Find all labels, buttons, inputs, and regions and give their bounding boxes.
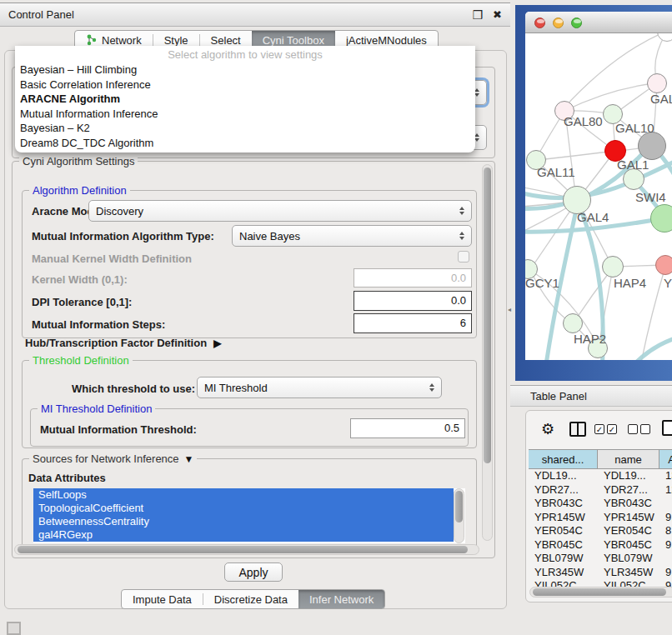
attribute-item-selected[interactable]: gal4RGexp [33, 528, 454, 542]
table-cell: 13 [659, 469, 672, 483]
table-row[interactable]: YLR345W YLR345W 9. [529, 566, 672, 580]
network-node[interactable] [655, 255, 672, 275]
table-row[interactable]: YER054C YER054C 8. [529, 524, 672, 538]
network-graph-icon [86, 34, 98, 46]
settings-vertical-scrollbar[interactable] [482, 164, 493, 541]
tab-infer-network[interactable]: Infer Network [298, 590, 384, 608]
floating-panel-dock-icon[interactable] [7, 622, 21, 635]
node-label: Y [664, 276, 672, 290]
popup-item[interactable]: Mutual Information Inference [15, 107, 475, 122]
control-panel-title: Control Panel [8, 8, 74, 21]
table-row[interactable]: YBR045C YBR045C 9. [529, 538, 672, 552]
column-header[interactable]: name [598, 450, 659, 468]
hub-definition-label: Hub/Transcription Factor Definition [25, 337, 207, 349]
tab-infer-network-label: Infer Network [309, 593, 374, 606]
network-node[interactable] [638, 132, 666, 160]
tab-impute-data-label: Impute Data [133, 593, 192, 606]
table-row[interactable]: YBR043C YBR043C [529, 497, 672, 511]
checkbox-unchecked-icon[interactable] [628, 424, 638, 434]
table-cell: 12 [659, 483, 672, 498]
table-panel-title: Table Panel [530, 390, 587, 402]
data-attributes-list[interactable]: SelfLoops TopologicalCoefficient Between… [33, 488, 465, 543]
table-horizontal-scrollbar[interactable] [529, 587, 672, 598]
manual-kernel-checkbox[interactable] [458, 251, 469, 262]
mi-steps-field[interactable]: 6 [354, 313, 472, 333]
gear-icon[interactable]: ⚙ [541, 420, 554, 438]
network-canvas[interactable]: GAL GAL80 GAL10 GAL1 GAL11 SWI4 GAL4 GCY… [525, 33, 672, 360]
table-cell: YDR27... [529, 483, 598, 498]
kernel-width-field[interactable]: 0.0 [354, 268, 472, 288]
node-label: GCY1 [525, 276, 559, 290]
float-panel-icon[interactable]: ❒ [473, 9, 484, 21]
aracne-mode-combo[interactable]: Discovery [88, 200, 472, 222]
network-window-titlebar[interactable] [525, 12, 672, 33]
network-node[interactable] [647, 73, 667, 93]
attribute-item-selected[interactable]: TopologicalCoefficient [33, 502, 454, 515]
spinner-icon [459, 207, 464, 215]
table-cell: YPR145W [598, 511, 659, 525]
node-label: SWI4 [635, 190, 666, 204]
which-threshold-combo[interactable]: MI Threshold [197, 377, 442, 398]
splitpane-grip[interactable]: ◂ [508, 306, 511, 313]
tab-network-label: Network [102, 34, 142, 47]
table-panel-titlebar: Table Panel [510, 385, 672, 407]
table-panel: ⚙ ✓ ✓ shared... name A YDL19... YDL19...… [525, 410, 672, 602]
tab-discretize-data[interactable]: Discretize Data [203, 590, 298, 608]
table-cell: 9. [659, 511, 672, 525]
table-row[interactable]: YPR145W YPR145W 9. [529, 511, 672, 525]
table-cell: YBR043C [598, 497, 659, 511]
cyni-algorithm-settings-title: Cyni Algorithm Settings [19, 155, 138, 168]
sources-group-title-wrap[interactable]: Sources for Network Inference ▼ [29, 452, 197, 465]
node-label: GAL1 [617, 158, 649, 172]
settings-horizontal-scrollbar[interactable] [14, 544, 479, 555]
popup-prompt: Select algorithm to view settings [15, 46, 475, 62]
minimize-window-button[interactable] [553, 18, 564, 28]
attributes-scrollbar[interactable] [454, 488, 464, 543]
table-row[interactable]: YBL079W YBL079W [529, 552, 672, 566]
mi-steps-label: Mutual Information Steps: [32, 318, 165, 331]
table-row[interactable]: YIL052C YIL052C 9 [529, 579, 672, 587]
column-header[interactable]: shared... [529, 450, 598, 468]
node-attribute-table[interactable]: shared... name A YDL19... YDL19... 13 YD… [529, 449, 672, 587]
tab-impute-data[interactable]: Impute Data [122, 590, 203, 608]
apply-button[interactable]: Apply [224, 562, 283, 582]
close-window-button[interactable] [534, 18, 545, 28]
tab-style-label: Style [164, 34, 188, 47]
threshold-definition-title: Threshold Definition [29, 354, 133, 367]
checkbox-checked-icon[interactable]: ✓ [607, 424, 617, 434]
zoom-window-button[interactable] [571, 18, 582, 28]
table-cell: 9. [659, 566, 672, 580]
spinner-icon [459, 232, 464, 240]
popup-item-selected[interactable]: ARACNE Algorithm [15, 92, 475, 107]
attribute-item-selected[interactable]: BetweennessCentrality [33, 515, 454, 528]
popup-item[interactable]: Basic Correlation Inference [15, 78, 475, 92]
table-cell: YDR27... [598, 483, 659, 498]
close-panel-icon[interactable]: ✖ [493, 9, 502, 20]
node-label: GAL11 [537, 165, 575, 179]
dpi-tolerance-field[interactable]: 0.0 [354, 291, 472, 311]
checkbox-checked-icon[interactable]: ✓ [594, 424, 604, 434]
network-node[interactable] [650, 204, 672, 232]
popup-item[interactable]: Dream8 DC_TDC Algorithm [15, 136, 475, 151]
hub-definition-toggle[interactable]: Hub/Transcription Factor Definition ▶ [25, 337, 221, 349]
network-node[interactable] [602, 256, 624, 278]
table-cell: YBL079W [598, 552, 659, 566]
node-label: GAL10 [615, 121, 654, 135]
popup-item[interactable]: Bayesian – Hill Climbing [15, 62, 475, 78]
table-cell: YBR043C [529, 497, 598, 511]
table-cell: YBR045C [598, 538, 659, 552]
mi-type-combo[interactable]: Naive Bayes [232, 225, 472, 247]
column-layout-icon[interactable] [569, 422, 586, 437]
table-row[interactable]: YDL19... YDL19... 13 [529, 469, 672, 483]
attribute-item-selected[interactable]: SelfLoops [33, 488, 454, 502]
document-icon[interactable] [662, 420, 672, 436]
column-header[interactable]: A [659, 450, 672, 468]
cyni-bottom-tabs: Impute Data Discretize Data Infer Networ… [121, 589, 385, 609]
checkbox-unchecked-icon[interactable] [640, 424, 650, 434]
table-row[interactable]: YDR27... YDR27... 12 [529, 483, 672, 498]
mi-threshold-label: Mutual Information Threshold: [40, 423, 197, 436]
mi-threshold-field[interactable]: 0.5 [350, 418, 465, 438]
sources-group-title: Sources for Network Inference [33, 452, 179, 465]
network-node[interactable] [563, 313, 583, 333]
popup-item[interactable]: Bayesian – K2 [15, 121, 475, 136]
